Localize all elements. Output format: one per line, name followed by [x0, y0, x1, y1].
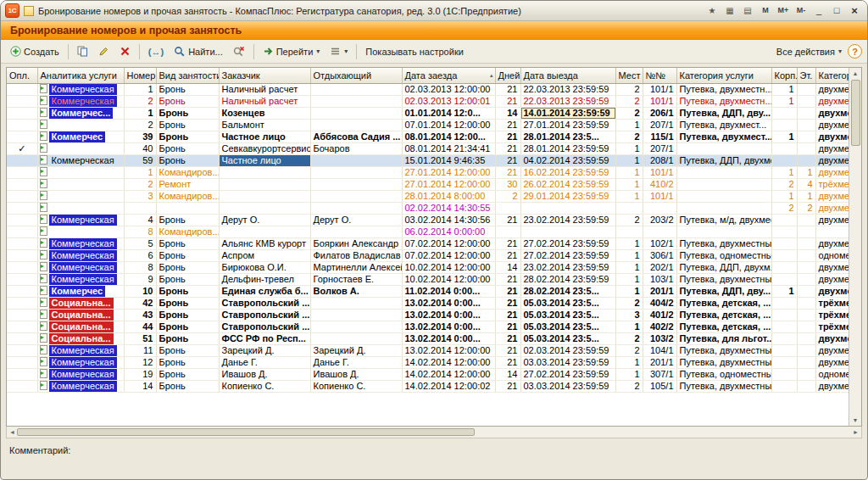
clear-search-button[interactable]	[229, 42, 249, 61]
cell-nn[interactable]: 104/1	[643, 344, 676, 356]
cell-kat[interactable]: Путевка, двухместн...	[676, 95, 771, 107]
list-view-button[interactable]: ▾	[326, 42, 352, 61]
cell-dz[interactable]: 06.02.2014 0:00:00	[402, 226, 495, 237]
cell-nn[interactable]: 103/1	[643, 273, 676, 285]
cell-dv[interactable]: 05.03.2014 23:5...	[520, 309, 615, 321]
cell-dv[interactable]: 02.03.2014 23:59:59	[520, 344, 615, 356]
cell-opl[interactable]	[7, 332, 37, 344]
cell-korp[interactable]	[771, 237, 797, 249]
cell-an[interactable]	[37, 202, 124, 214]
cell-dn[interactable]: 21	[495, 297, 520, 309]
cell-an[interactable]	[37, 178, 124, 190]
cell-mest[interactable]: 1	[615, 249, 643, 261]
cell-dn[interactable]: 2	[495, 190, 520, 202]
cell-dn[interactable]: 21	[495, 249, 520, 261]
cell-korp[interactable]	[771, 154, 797, 166]
cell-otd[interactable]: Зарецкий Д.	[310, 344, 402, 356]
cell-opl[interactable]	[7, 131, 37, 142]
table-row[interactable]: Коммерческая9БроньДельфин-тревелГорноста…	[7, 273, 862, 285]
cell-an[interactable]	[37, 226, 124, 237]
cell-et[interactable]	[797, 368, 815, 380]
cell-et[interactable]	[797, 154, 815, 166]
cell-mest[interactable]: 1	[615, 237, 643, 249]
cell-dv[interactable]: 23.02.2014 23:59:59	[520, 261, 615, 273]
cell-zak[interactable]: Дельфин-тревел	[219, 273, 310, 285]
cell-et[interactable]	[797, 83, 815, 95]
cell-zak[interactable]: Наличный расчет	[219, 95, 310, 107]
cell-num[interactable]: 19	[124, 368, 156, 380]
cell-mest[interactable]: 1	[615, 154, 643, 166]
cell-dv[interactable]: 03.03.2014 23:59:59	[520, 356, 615, 368]
cell-et[interactable]	[797, 237, 815, 249]
cell-vid[interactable]: Командиров...	[156, 226, 219, 237]
scroll-down-icon[interactable]: ▼	[853, 415, 859, 426]
cell-otd[interactable]	[310, 226, 402, 237]
cell-dn[interactable]: 14	[495, 261, 520, 273]
cell-nn[interactable]: 102/1	[643, 237, 676, 249]
cell-et[interactable]	[797, 226, 815, 237]
cell-et[interactable]	[797, 356, 815, 368]
cell-mest[interactable]: 1	[615, 190, 643, 202]
cell-an[interactable]	[37, 142, 124, 154]
cell-otd[interactable]	[310, 95, 402, 107]
cell-korp[interactable]	[771, 297, 797, 309]
cell-dv[interactable]: 27.02.2014 23:59:59	[520, 237, 615, 249]
cell-opl[interactable]	[7, 237, 37, 249]
table-row[interactable]: Социальна...44БроньСтавропольский ...13.…	[7, 321, 862, 332]
cell-mest[interactable]: 1	[615, 356, 643, 368]
cell-zak[interactable]: Частное лицо	[219, 131, 310, 142]
column-header-kat[interactable]: Категория услуги	[676, 68, 771, 83]
cell-an[interactable]: Коммерческая	[37, 368, 124, 380]
column-header-mest[interactable]: Мест	[615, 68, 643, 83]
cell-num[interactable]: 39	[124, 131, 156, 142]
cell-dz[interactable]: 13.02.2014 12:00:00	[402, 344, 495, 356]
table-row[interactable]: 2Ремонт27.01.2014 12:00:003026.02.2014 2…	[7, 178, 862, 190]
cell-num[interactable]: 44	[124, 321, 156, 332]
cell-nn[interactable]: 208/1	[643, 154, 676, 166]
vertical-scrollbar[interactable]: ▲ ▼	[849, 68, 861, 426]
cell-mest[interactable]: 1	[615, 178, 643, 190]
cell-kat[interactable]: Путевка, двухместны...	[676, 380, 771, 392]
cell-otd[interactable]	[310, 332, 402, 344]
cell-num[interactable]: 8	[124, 226, 156, 237]
cell-an[interactable]: Коммерческая	[37, 214, 124, 226]
cell-zak[interactable]	[219, 202, 310, 214]
cell-korp[interactable]	[771, 309, 797, 321]
cell-et[interactable]	[797, 249, 815, 261]
cell-dn[interactable]: 21	[495, 237, 520, 249]
cell-nn[interactable]: 206/1	[643, 107, 676, 119]
cell-num[interactable]: 2	[124, 178, 156, 190]
cell-kat[interactable]: Путевка, детская, ...	[676, 297, 771, 309]
cell-et[interactable]	[797, 131, 815, 142]
cell-et[interactable]: 2	[797, 202, 815, 214]
cell-otd[interactable]: Бочаров	[310, 142, 402, 154]
cell-korp[interactable]	[771, 261, 797, 273]
column-header-otd[interactable]: Отдыхающий	[310, 68, 402, 83]
cell-opl[interactable]	[7, 380, 37, 392]
cell-mest[interactable]: 2	[615, 131, 643, 142]
cell-dv[interactable]: 28.02.2014 23:59:59	[520, 273, 615, 285]
cell-korp[interactable]	[771, 249, 797, 261]
cell-korp[interactable]: 2	[771, 178, 797, 190]
column-header-korp[interactable]: Корп.	[771, 68, 797, 83]
cell-dz[interactable]: 02.02.2014 14:30:55	[402, 202, 495, 214]
cell-zak[interactable]: Зарецкий Д.	[219, 344, 310, 356]
cell-opl[interactable]	[7, 214, 37, 226]
cell-korp[interactable]: 1	[771, 83, 797, 95]
cell-et[interactable]	[797, 380, 815, 392]
cell-mest[interactable]: 2	[615, 214, 643, 226]
cell-et[interactable]: 1	[797, 190, 815, 202]
cell-opl[interactable]	[7, 166, 37, 178]
cell-an[interactable]: Коммерческая	[37, 356, 124, 368]
cell-vid[interactable]: Бронь	[156, 249, 219, 261]
cell-num[interactable]: 8	[124, 261, 156, 273]
cell-kat[interactable]: Путевка, ДДП, двухме...	[676, 154, 771, 166]
cell-zak[interactable]: Ставропольский ...	[219, 321, 310, 332]
cell-opl[interactable]	[7, 83, 37, 95]
cell-num[interactable]: 11	[124, 344, 156, 356]
cell-kat[interactable]: Путевка, детская, ...	[676, 309, 771, 321]
cell-otd[interactable]: Данье Г.	[310, 356, 402, 368]
cell-dv[interactable]	[520, 226, 615, 237]
table-row[interactable]: Коммерческая4БроньДерут О.Дерут О.03.02.…	[7, 214, 862, 226]
cell-et[interactable]	[797, 332, 815, 344]
